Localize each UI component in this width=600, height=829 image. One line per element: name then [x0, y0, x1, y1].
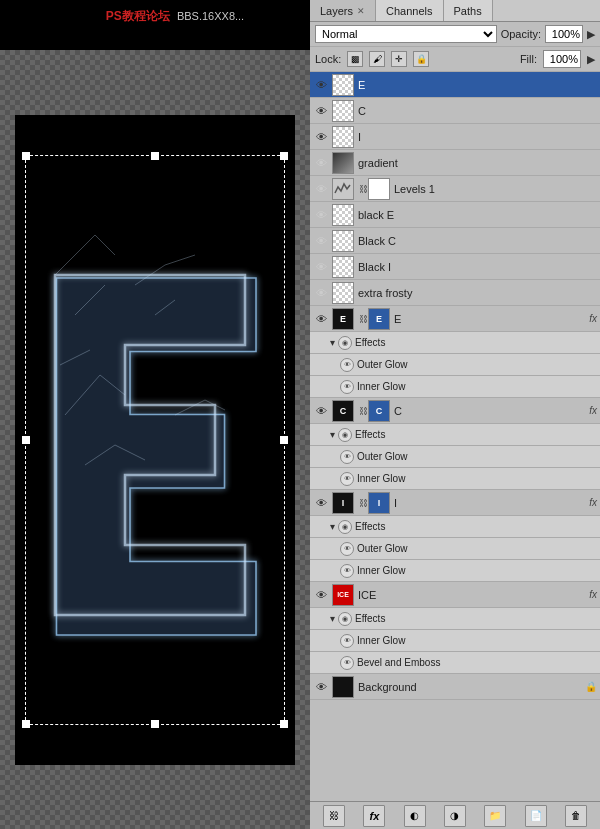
visibility-blackC[interactable]: 👁	[313, 233, 329, 249]
tab-close-layers[interactable]: ✕	[357, 6, 365, 16]
lock-transparency-btn[interactable]: ▩	[347, 51, 363, 67]
effect-item-ICE-innerGlow[interactable]: 👁 Inner Glow	[310, 630, 600, 652]
lock-position-btn[interactable]: ✛	[391, 51, 407, 67]
effect-item-ICE-effects[interactable]: ▾ ◉ Effects	[310, 608, 600, 630]
layer-item-ICE[interactable]: 👁 ICE ICE fx	[310, 582, 600, 608]
layer-item-Cgroup[interactable]: 👁 C ⛓ C C fx	[310, 398, 600, 424]
effect-item-Igroup-effects[interactable]: ▾ ◉ Effects	[310, 516, 600, 538]
link-layers-btn[interactable]: ⛓	[323, 805, 345, 827]
new-layer-btn[interactable]: 📄	[525, 805, 547, 827]
layer-name-blackC: Black C	[358, 235, 597, 247]
thumb-Igroup: I	[332, 492, 354, 514]
lock-all-btn[interactable]: 🔒	[413, 51, 429, 67]
visibility-extraFrosty[interactable]: 👁	[313, 285, 329, 301]
effect-item-Cgroup-effects[interactable]: ▾ ◉ Effects	[310, 424, 600, 446]
thumb-blackE	[332, 204, 354, 226]
new-adjustment-btn[interactable]: ◑	[444, 805, 466, 827]
fx-label-Cgroup: fx	[589, 405, 597, 416]
effect-name-effects: Effects	[355, 337, 597, 348]
chain-Cgroup: ⛓	[358, 400, 368, 422]
thumb-background	[332, 676, 354, 698]
effect-name-ICE: Effects	[355, 613, 597, 624]
visibility-I[interactable]: 👁	[313, 129, 329, 145]
layer-item-background[interactable]: 👁 Background 🔒	[310, 674, 600, 700]
effect-eye-C-innerGlow[interactable]: 👁	[340, 472, 354, 486]
add-style-btn[interactable]: fx	[363, 805, 385, 827]
lock-bg-icon: 🔒	[585, 681, 597, 692]
new-group-btn[interactable]: 📁	[484, 805, 506, 827]
watermark-text: PS教程论坛	[106, 9, 170, 23]
layer-name-Igroup: I	[394, 497, 585, 509]
visibility-Igroup[interactable]: 👁	[313, 495, 329, 511]
thumb-levels1-adj	[332, 178, 354, 200]
effect-item-Egroup-outerGlow2[interactable]: 👁 Outer Glow	[310, 354, 600, 376]
layer-item-I[interactable]: 👁 I	[310, 124, 600, 150]
effect-eye-ICE-innerGlow[interactable]: 👁	[340, 634, 354, 648]
layer-item-gradient[interactable]: 👁 gradient	[310, 150, 600, 176]
chain-levels1: ⛓	[358, 178, 368, 200]
effect-item-Cgroup-innerGlow[interactable]: 👁 Inner Glow	[310, 468, 600, 490]
thumb-E	[332, 74, 354, 96]
tab-channels[interactable]: Channels	[376, 0, 443, 21]
layer-item-blackI[interactable]: 👁 Black I	[310, 254, 600, 280]
inner-glow-E-label: Inner Glow	[357, 381, 597, 392]
delete-layer-btn[interactable]: 🗑	[565, 805, 587, 827]
effect-eye-innerGlow[interactable]: 👁	[340, 380, 354, 394]
visibility-background[interactable]: 👁	[313, 679, 329, 695]
watermark-subtext: BBS.16XX8...	[177, 10, 244, 22]
tab-layers[interactable]: Layers ✕	[310, 0, 376, 21]
layer-name-Egroup: E	[394, 313, 585, 325]
visibility-ICE[interactable]: 👁	[313, 587, 329, 603]
effect-eye-I-innerGlow[interactable]: 👁	[340, 564, 354, 578]
visibility-E[interactable]: 👁	[313, 77, 329, 93]
watermark-area: PS教程论坛 BBS.16XX8...	[60, 8, 290, 25]
fill-arrow[interactable]: ▶	[587, 53, 595, 66]
thumb-Igroup-mask: I	[368, 492, 390, 514]
lock-image-btn[interactable]: 🖌	[369, 51, 385, 67]
add-mask-btn[interactable]: ◐	[404, 805, 426, 827]
visibility-C[interactable]: 👁	[313, 103, 329, 119]
thumb-blackI	[332, 256, 354, 278]
thumb-levels1-mask	[368, 178, 390, 200]
thumb-ICE: ICE	[332, 584, 354, 606]
arrow-Cgroup-effects: ▾	[330, 429, 335, 440]
visibility-Cgroup[interactable]: 👁	[313, 403, 329, 419]
layer-item-Egroup[interactable]: 👁 E ⛓ E E fx	[310, 306, 600, 332]
effect-item-Egroup-innerGlow[interactable]: 👁 Inner Glow	[310, 376, 600, 398]
fill-input[interactable]	[543, 50, 581, 68]
blend-mode-select[interactable]: Normal	[315, 25, 497, 43]
visibility-blackE[interactable]: 👁	[313, 207, 329, 223]
opacity-arrow[interactable]: ▶	[587, 28, 595, 41]
layer-item-C[interactable]: 👁 C	[310, 98, 600, 124]
visibility-levels1[interactable]: 👁	[313, 181, 329, 197]
opacity-input[interactable]	[545, 25, 583, 43]
layer-item-extraFrosty[interactable]: 👁 extra frosty	[310, 280, 600, 306]
effect-item-Igroup-innerGlow[interactable]: 👁 Inner Glow	[310, 560, 600, 582]
thumb-gradient	[332, 152, 354, 174]
effect-eye-outerGlow[interactable]: 👁	[340, 358, 354, 372]
layer-item-levels1[interactable]: 👁 ⛓ Levels 1	[310, 176, 600, 202]
effect-eye-C-outerGlow[interactable]: 👁	[340, 450, 354, 464]
effect-item-Igroup-outerGlow[interactable]: 👁 Outer Glow	[310, 538, 600, 560]
opacity-label: Opacity:	[501, 28, 541, 40]
canvas-area	[0, 50, 310, 829]
effect-eye-ICE-bevelEmboss[interactable]: 👁	[340, 656, 354, 670]
fx-label-Igroup: fx	[589, 497, 597, 508]
effect-item-Egroup-outerGlow[interactable]: ▾ ◉ Effects	[310, 332, 600, 354]
visibility-Egroup[interactable]: 👁	[313, 311, 329, 327]
layer-name-ICE: ICE	[358, 589, 585, 601]
inner-glow-I-label: Inner Glow	[357, 565, 597, 576]
layer-item-blackC[interactable]: 👁 Black C	[310, 228, 600, 254]
thumb-Egroup-mask: E	[368, 308, 390, 330]
layer-item-E[interactable]: 👁 E	[310, 72, 600, 98]
effect-eye-I-outerGlow[interactable]: 👁	[340, 542, 354, 556]
visibility-blackI[interactable]: 👁	[313, 259, 329, 275]
effect-icon-Cgroup: ◉	[338, 428, 352, 442]
effect-item-Cgroup-outerGlow[interactable]: 👁 Outer Glow	[310, 446, 600, 468]
chain-Igroup: ⛓	[358, 492, 368, 514]
visibility-gradient[interactable]: 👁	[313, 155, 329, 171]
layer-item-Igroup[interactable]: 👁 I ⛓ I I fx	[310, 490, 600, 516]
effect-item-ICE-bevelEmboss[interactable]: 👁 Bevel and Emboss	[310, 652, 600, 674]
tab-paths[interactable]: Paths	[444, 0, 493, 21]
layer-item-blackE[interactable]: 👁 black E	[310, 202, 600, 228]
